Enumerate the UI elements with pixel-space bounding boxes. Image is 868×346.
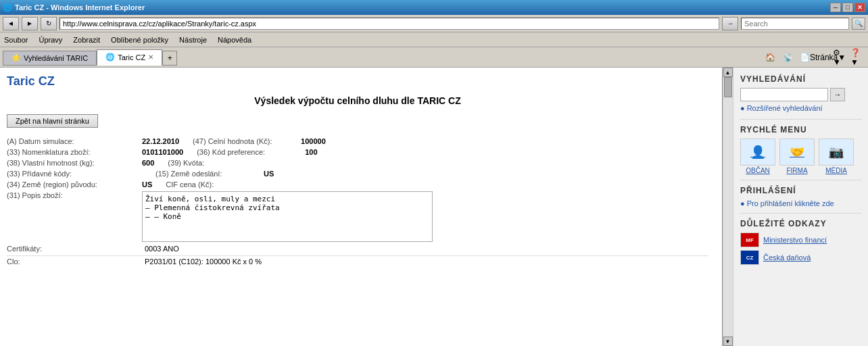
page-menu-button[interactable]: 📄 Stránka ▼: [815, 50, 830, 65]
title-bar-left: 🌐 Taric CZ - Windows Internet Explorer: [3, 3, 145, 12]
firma-label: FIRMA: [786, 167, 807, 174]
new-tab-button[interactable]: +: [162, 51, 177, 66]
tab-vyhledavani-label: Vyhledávání TARIC: [24, 54, 88, 62]
popis-zbozi-textarea[interactable]: [142, 191, 433, 242]
menu-upravy[interactable]: Úpravy: [39, 36, 62, 44]
menu-oblibene[interactable]: Oblíbené položky: [111, 36, 168, 44]
important-link-mf[interactable]: MF Ministerstvo financí: [740, 232, 861, 247]
advanced-search-label: Rozšířené vyhledávání: [747, 104, 823, 112]
login-link-label: Pro přihlášení klikněte zde: [747, 199, 834, 207]
quick-item-firma[interactable]: 🤝 FIRMA: [779, 139, 815, 174]
scroll-track[interactable]: [723, 77, 733, 337]
sidebar-search-input[interactable]: [740, 88, 828, 101]
main-scroll: Taric CZ Výsledek výpočtu celního dluhu …: [0, 68, 722, 346]
tools-button[interactable]: ⚙ ▼: [833, 50, 848, 65]
address-input[interactable]: [59, 18, 719, 30]
refresh-button[interactable]: ↻: [41, 17, 57, 30]
data-row-zeme: (34) Země (region) původu: US CIF cena (…: [7, 180, 708, 189]
datum-value: 22.12.2010: [142, 137, 179, 145]
certifikaty-label: Certifikáty:: [7, 245, 142, 253]
login-link[interactable]: ● Pro přihlášení klikněte zde: [740, 199, 861, 207]
obcan-label: OBČAN: [746, 167, 770, 174]
kvota-label: (39) Kvóta:: [154, 159, 276, 167]
tab-taric[interactable]: 🌐 Taric CZ ✕: [97, 49, 162, 66]
zeme-odeslani-label: (15) Země odeslání:: [142, 170, 264, 178]
maximize-button[interactable]: □: [842, 3, 853, 12]
datum-label: (A) Datum simulace:: [7, 137, 142, 145]
kod-preference-label: (36) Kód preference:: [183, 148, 305, 156]
firma-image: 🤝: [779, 139, 815, 166]
go-button[interactable]: →: [722, 17, 738, 30]
title-bar: 🌐 Taric CZ - Windows Internet Explorer ─…: [0, 0, 868, 15]
nomenklatura-value: 0101101000: [142, 148, 183, 156]
live-search-input[interactable]: [741, 18, 849, 30]
data-row-popis: (31) Popis zboží:: [7, 191, 708, 242]
quick-item-media[interactable]: 📷 MÉDIA: [819, 139, 854, 174]
sidebar: VYHLEDÁVÁNÍ → ● Rozšířené vyhledávání RY…: [733, 68, 868, 346]
toolbar-right: 🏠 📡 🖨 📄 Stránka ▼ ⚙ ▼ ❓ ▼: [763, 50, 865, 65]
menu-napoveda[interactable]: Nápověda: [218, 36, 251, 44]
data-row-pridavne: (33) Přídavné kódy: (15) Země odeslání: …: [7, 170, 708, 178]
home-icon[interactable]: 🏠: [763, 50, 777, 65]
search-go-button[interactable]: 🔍: [852, 18, 865, 30]
media-image: 📷: [819, 139, 854, 166]
section-title: Výsledek výpočtu celního dluhu dle TARIC…: [7, 95, 708, 106]
forward-button[interactable]: ►: [22, 17, 38, 30]
back-main-button[interactable]: Zpět na hlavní stránku: [7, 114, 98, 128]
mf-logo: MF: [740, 232, 759, 247]
title-bar-controls: ─ □ ✕: [830, 3, 865, 12]
data-row-clo: Clo: P2031/01 (C102): 100000 Kč x 0 %: [7, 255, 708, 266]
hmotnost-value: 600: [142, 159, 154, 167]
zeme-puvodu-label: (34) Země (region) původu:: [7, 180, 142, 189]
menu-bar: Soubor Úpravy Zobrazit Oblíbené položky …: [0, 32, 868, 47]
divider-1: [740, 119, 861, 120]
quick-item-obcan[interactable]: 👤 OBČAN: [740, 139, 775, 174]
data-grid: (A) Datum simulace: 22.12.2010 (47) Celn…: [7, 137, 708, 266]
hmotnost-label: (38) Vlastní hmotnost (kg):: [7, 159, 142, 167]
menu-soubor[interactable]: Soubor: [4, 36, 28, 44]
sidebar-search-row: →: [740, 88, 861, 101]
tab-taric-icon: 🌐: [105, 53, 115, 61]
sidebar-search-button[interactable]: →: [830, 88, 845, 101]
scroll-down-button[interactable]: ▼: [723, 337, 733, 346]
clo-label: Clo:: [7, 257, 142, 266]
important-link-cd[interactable]: CZ Česká daňová: [740, 250, 861, 265]
zeme-puvodu-value: US: [142, 180, 152, 189]
tab-vyhledavani-icon: ⭐: [11, 53, 21, 62]
address-bar: ◄ ► ↻ → 🔍: [0, 15, 868, 32]
scroll-up-button[interactable]: ▲: [723, 68, 733, 77]
close-button[interactable]: ✕: [854, 3, 865, 12]
cd-link-label: Česká daňová: [763, 253, 811, 262]
rss-icon[interactable]: 📡: [780, 50, 795, 65]
cif-label: CIF cena (Kč):: [152, 180, 274, 189]
tab-vyhledavani[interactable]: ⭐ Vyhledávání TARIC: [3, 51, 97, 66]
data-row-nomenklatura: (33) Nomenklatura zboží: 0101101000 (36)…: [7, 148, 708, 156]
tab-close-button[interactable]: ✕: [148, 53, 153, 61]
minimize-button[interactable]: ─: [830, 3, 841, 12]
popis-label: (31) Popis zboží:: [7, 191, 142, 199]
obcan-image: 👤: [740, 139, 775, 166]
celni-hodnota-value: 100000: [301, 137, 326, 145]
certifikaty-value: 0003 ANO: [145, 245, 179, 253]
bullet-icon: ●: [740, 104, 745, 112]
pridavne-label: (33) Přídavné kódy:: [7, 170, 142, 178]
page-title: Taric CZ: [7, 74, 708, 89]
vertical-scrollbar[interactable]: ▲ ▼: [722, 68, 733, 346]
window-icon: 🌐: [3, 3, 12, 12]
kod-preference-value: 100: [305, 148, 317, 156]
sidebar-search-title: VYHLEDÁVÁNÍ: [740, 74, 861, 84]
menu-zobrazit[interactable]: Zobrazit: [73, 36, 100, 44]
celni-hodnota-label: (47) Celní hodnota (Kč):: [179, 137, 301, 145]
sidebar-important-title: DŮLEŽITÉ ODKAZY: [740, 219, 861, 228]
cd-logo: CZ: [740, 250, 759, 265]
back-button[interactable]: ◄: [3, 17, 19, 30]
help-button[interactable]: ❓ ▼: [850, 50, 865, 65]
menu-nastroje[interactable]: Nástroje: [179, 36, 207, 44]
advanced-search-link[interactable]: ● Rozšířené vyhledávání: [740, 104, 861, 112]
media-label: MÉDIA: [825, 167, 847, 174]
zeme-odeslani-value: US: [264, 170, 274, 178]
scroll-thumb[interactable]: [724, 77, 732, 97]
window-title: Taric CZ - Windows Internet Explorer: [15, 3, 145, 11]
tab-taric-label: Taric CZ: [118, 53, 145, 61]
page-content: Taric CZ Výsledek výpočtu celního dluhu …: [0, 68, 722, 272]
